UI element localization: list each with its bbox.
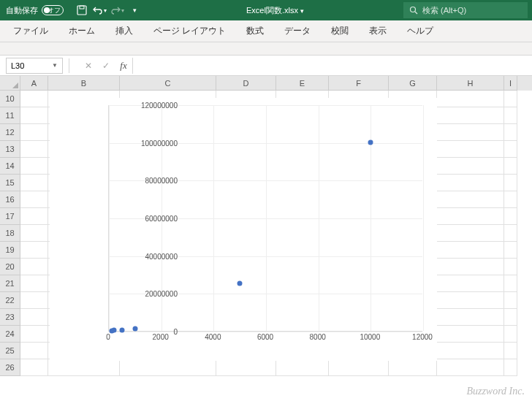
cell[interactable]: [504, 309, 517, 326]
column-header-B[interactable]: B: [48, 76, 120, 91]
autosave-toggle[interactable]: 自動保存 オフ: [0, 5, 69, 16]
embedded-chart[interactable]: 0200000004000000060000000800000001000000…: [50, 98, 437, 361]
cell[interactable]: [437, 326, 504, 343]
cell[interactable]: [437, 309, 504, 326]
cell[interactable]: [504, 141, 517, 158]
formula-input[interactable]: [132, 58, 532, 74]
cell[interactable]: [20, 208, 48, 225]
cell[interactable]: [504, 359, 517, 376]
row-header-20[interactable]: 20: [0, 259, 20, 275]
cell[interactable]: [20, 91, 48, 107]
column-header-C[interactable]: C: [120, 76, 216, 91]
row-header-14[interactable]: 14: [0, 158, 20, 175]
cell[interactable]: [20, 124, 48, 141]
fx-icon[interactable]: fx: [115, 58, 132, 74]
cell[interactable]: [20, 242, 48, 259]
tab-数式[interactable]: 数式: [236, 20, 274, 42]
row-header-23[interactable]: 23: [0, 309, 20, 326]
cell[interactable]: [20, 225, 48, 242]
cell[interactable]: [504, 91, 517, 107]
row-header-18[interactable]: 18: [0, 225, 20, 242]
cell[interactable]: [504, 292, 517, 309]
tab-挿入[interactable]: 挿入: [105, 20, 143, 42]
cell[interactable]: [504, 259, 517, 275]
cell[interactable]: [437, 275, 504, 292]
cell[interactable]: [437, 191, 504, 208]
cell[interactable]: [437, 91, 504, 107]
cell[interactable]: [20, 259, 48, 275]
cell[interactable]: [20, 275, 48, 292]
cell[interactable]: [437, 259, 504, 275]
data-point[interactable]: [132, 326, 137, 332]
cell[interactable]: [20, 343, 48, 359]
row-header-15[interactable]: 15: [0, 175, 20, 191]
cell[interactable]: [329, 359, 389, 376]
cell[interactable]: [20, 141, 48, 158]
row-header-24[interactable]: 24: [0, 326, 20, 343]
tab-校閲[interactable]: 校閲: [321, 20, 359, 42]
tab-ページ レイアウト[interactable]: ページ レイアウト: [143, 20, 236, 42]
row-header-11[interactable]: 11: [0, 107, 20, 124]
row-header-19[interactable]: 19: [0, 242, 20, 259]
row-header-21[interactable]: 21: [0, 275, 20, 292]
tab-ファイル[interactable]: ファイル: [3, 20, 58, 42]
cell[interactable]: [437, 107, 504, 124]
cell[interactable]: [20, 292, 48, 309]
cell[interactable]: [276, 359, 329, 376]
toggle-switch[interactable]: オフ: [42, 5, 64, 15]
cell[interactable]: [20, 309, 48, 326]
tab-データ[interactable]: データ: [274, 20, 321, 42]
row-header-13[interactable]: 13: [0, 141, 20, 158]
row-header-12[interactable]: 12: [0, 124, 20, 141]
column-header-E[interactable]: E: [276, 76, 329, 91]
cell[interactable]: [437, 158, 504, 175]
data-point[interactable]: [238, 281, 243, 286]
cell[interactable]: [120, 359, 216, 376]
cell[interactable]: [20, 158, 48, 175]
cell[interactable]: [389, 359, 437, 376]
column-header-G[interactable]: G: [389, 76, 437, 91]
column-header-A[interactable]: A: [20, 76, 48, 91]
cell[interactable]: [437, 343, 504, 359]
cell[interactable]: [437, 208, 504, 225]
cell[interactable]: [437, 175, 504, 191]
cell[interactable]: [504, 242, 517, 259]
cell[interactable]: [20, 191, 48, 208]
cell[interactable]: [504, 191, 517, 208]
cell[interactable]: [504, 225, 517, 242]
cell[interactable]: [504, 124, 517, 141]
tab-表示[interactable]: 表示: [359, 20, 397, 42]
tab-ホーム[interactable]: ホーム: [58, 20, 105, 42]
tab-ヘルプ[interactable]: ヘルプ: [397, 20, 444, 42]
column-header-I[interactable]: I: [504, 76, 517, 91]
data-point[interactable]: [368, 139, 373, 145]
row-header-17[interactable]: 17: [0, 208, 20, 225]
name-box[interactable]: L30 ▼: [6, 58, 63, 74]
row-header-26[interactable]: 26: [0, 359, 20, 376]
cell[interactable]: [437, 124, 504, 141]
row-header-25[interactable]: 25: [0, 343, 20, 359]
cell[interactable]: [48, 359, 120, 376]
cell[interactable]: [437, 141, 504, 158]
cell[interactable]: [504, 326, 517, 343]
row-header-10[interactable]: 10: [0, 91, 20, 107]
column-header-F[interactable]: F: [329, 76, 389, 91]
cell[interactable]: [20, 107, 48, 124]
save-icon[interactable]: [74, 2, 90, 18]
qat-customize-icon[interactable]: ▾: [126, 2, 142, 18]
chevron-down-icon[interactable]: ▼: [52, 62, 58, 69]
cell[interactable]: [504, 158, 517, 175]
cell[interactable]: [504, 175, 517, 191]
cell[interactable]: [20, 359, 48, 376]
select-all-corner[interactable]: [0, 76, 20, 91]
column-header-H[interactable]: H: [437, 76, 504, 91]
cell[interactable]: [216, 359, 276, 376]
cell[interactable]: [504, 107, 517, 124]
row-header-22[interactable]: 22: [0, 292, 20, 309]
cell[interactable]: [504, 275, 517, 292]
spreadsheet-grid[interactable]: ABCDEFGHI 101112131415161718192021222324…: [0, 76, 532, 409]
cell[interactable]: [504, 343, 517, 359]
cell[interactable]: [437, 242, 504, 259]
cell[interactable]: [504, 208, 517, 225]
undo-icon[interactable]: ▾: [91, 2, 107, 18]
